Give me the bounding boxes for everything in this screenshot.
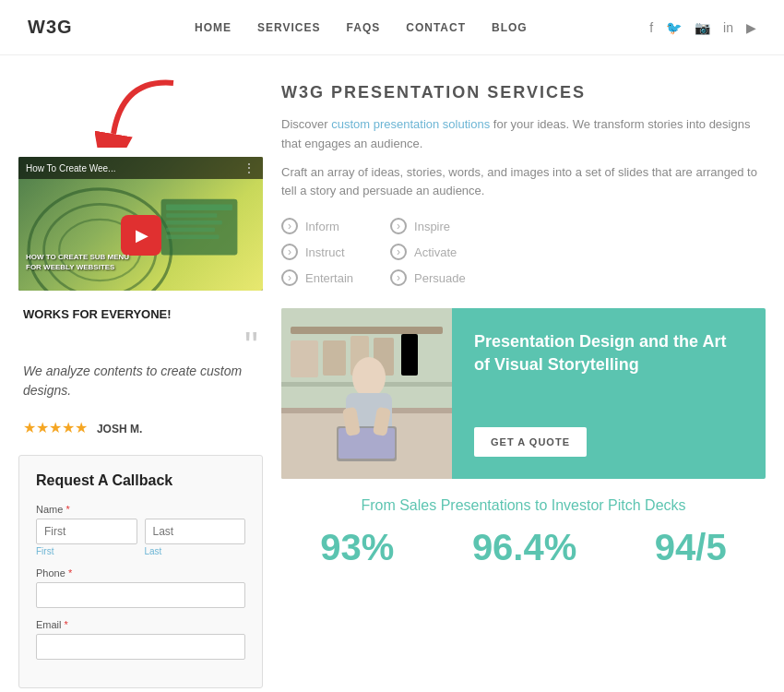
feature-entertain: Entertain bbox=[281, 269, 353, 286]
main-content: How To Create Wee... ⋮ bbox=[0, 55, 784, 692]
linkedin-icon[interactable]: in bbox=[723, 20, 733, 35]
video-title: How To Create Wee... bbox=[26, 163, 115, 173]
first-name-field-wrapper: First bbox=[36, 519, 137, 556]
nav-faqs[interactable]: FAQS bbox=[347, 21, 381, 34]
feature-activate: Activate bbox=[390, 244, 466, 260]
last-name-field-wrapper: Last bbox=[145, 519, 246, 556]
custom-solutions-link[interactable]: custom presentation solutions bbox=[331, 117, 490, 131]
youtube-icon[interactable]: ▶ bbox=[746, 20, 756, 35]
first-name-input[interactable] bbox=[36, 519, 137, 544]
arrow-area bbox=[18, 74, 263, 148]
feature-inspire: Inspire bbox=[390, 218, 466, 234]
star-rating: ★★★★★ bbox=[23, 419, 88, 436]
email-input[interactable] bbox=[36, 634, 245, 660]
svg-rect-12 bbox=[291, 327, 443, 334]
nav-blog[interactable]: BLOG bbox=[492, 21, 528, 34]
cta-content: Presentation Design and the Art of Visua… bbox=[452, 308, 766, 479]
stat-2-value: 96.4% bbox=[472, 527, 576, 568]
svg-rect-9 bbox=[166, 235, 219, 239]
email-label: Email * bbox=[36, 619, 245, 630]
social-links: f 🐦 📷 in ▶ bbox=[649, 20, 756, 35]
quote-mark-icon: " bbox=[244, 330, 258, 362]
svg-rect-5 bbox=[166, 204, 232, 210]
svg-rect-8 bbox=[166, 228, 215, 232]
twitter-icon[interactable]: 🐦 bbox=[666, 20, 682, 35]
testimonial-section: WORKS FOR EVERYONE! " We analyze content… bbox=[18, 307, 263, 436]
first-hint: First bbox=[36, 546, 137, 556]
logo[interactable]: W3G bbox=[28, 17, 73, 38]
svg-point-20 bbox=[352, 357, 386, 398]
phone-label: Phone * bbox=[36, 567, 245, 579]
tagline: From Sales Presentations to Investor Pit… bbox=[281, 497, 766, 514]
get-quote-button[interactable]: GET A QUOTE bbox=[474, 427, 587, 457]
feature-persuade: Persuade bbox=[390, 269, 466, 286]
circle-arrow-instruct-icon bbox=[281, 244, 298, 260]
red-arrow-icon bbox=[95, 74, 187, 148]
cta-heading: Presentation Design and the Art of Visua… bbox=[474, 330, 743, 376]
callback-form: Request A Callback Name * First Last bbox=[18, 455, 263, 688]
email-group: Email * bbox=[36, 619, 245, 660]
last-name-input[interactable] bbox=[145, 519, 246, 544]
reviewer-name: JOSH M. bbox=[97, 423, 142, 435]
last-hint: Last bbox=[145, 546, 246, 556]
video-overlay-text: HOW TO CREATE SUB MENU FOR WEEBLY WEBSIT… bbox=[26, 253, 129, 272]
circle-arrow-persuade-icon bbox=[390, 269, 407, 286]
video-options-icon[interactable]: ⋮ bbox=[243, 161, 255, 175]
circle-arrow-entertain-icon bbox=[281, 269, 298, 286]
section-title: W3G PRESENTATION SERVICES bbox=[281, 83, 766, 102]
phone-group: Phone * bbox=[36, 567, 245, 608]
feature-instruct: Instruct bbox=[281, 244, 353, 260]
svg-rect-13 bbox=[291, 340, 318, 377]
feature-lists: Inform Instruct Entertain Inspire bbox=[281, 218, 766, 286]
feature-inform: Inform bbox=[281, 218, 353, 234]
nav-links: HOME SERVICES FAQS CONTACT BLOG bbox=[195, 21, 528, 34]
nav-home[interactable]: HOME bbox=[195, 21, 232, 34]
cta-image-graphic bbox=[281, 308, 452, 479]
phone-input[interactable] bbox=[36, 582, 245, 608]
svg-rect-6 bbox=[166, 213, 217, 217]
svg-rect-17 bbox=[401, 334, 418, 376]
instagram-icon[interactable]: 📷 bbox=[695, 20, 710, 35]
play-button[interactable] bbox=[121, 215, 161, 256]
stats-row: 93% 96.4% 94/5 bbox=[281, 527, 766, 568]
stat-1: 93% bbox=[320, 527, 394, 568]
section-desc-1: Discover custom presentation solutions f… bbox=[281, 115, 766, 154]
name-label: Name * bbox=[36, 504, 245, 515]
right-column: W3G PRESENTATION SERVICES Discover custo… bbox=[281, 55, 766, 688]
feature-list-right: Inspire Activate Persuade bbox=[390, 218, 466, 286]
stat-3-value: 94/5 bbox=[655, 527, 727, 568]
testimonial-quote: We analyze contents to create custom des… bbox=[23, 362, 258, 400]
testimonial-heading: WORKS FOR EVERYONE! bbox=[23, 307, 258, 321]
svg-rect-7 bbox=[166, 221, 222, 224]
stat-3: 94/5 bbox=[655, 527, 727, 568]
left-column: How To Create Wee... ⋮ bbox=[18, 55, 263, 688]
stat-2: 96.4% bbox=[472, 527, 576, 568]
facebook-icon[interactable]: f bbox=[649, 20, 653, 35]
circle-arrow-inform-icon bbox=[281, 218, 298, 234]
section-desc-2: Craft an array of ideas, stories, words,… bbox=[281, 163, 766, 202]
video-thumbnail[interactable]: How To Create Wee... ⋮ bbox=[18, 157, 263, 291]
stat-1-value: 93% bbox=[320, 527, 394, 568]
callback-title: Request A Callback bbox=[36, 472, 245, 489]
name-group: Name * First Last bbox=[36, 504, 245, 556]
feature-list-left: Inform Instruct Entertain bbox=[281, 218, 353, 286]
cta-image bbox=[281, 308, 452, 479]
nav-contact[interactable]: CONTACT bbox=[406, 21, 466, 34]
svg-rect-14 bbox=[323, 340, 346, 376]
cta-banner: Presentation Design and the Art of Visua… bbox=[281, 308, 766, 479]
navigation: W3G HOME SERVICES FAQS CONTACT BLOG f 🐦 … bbox=[0, 0, 784, 55]
circle-arrow-inspire-icon bbox=[390, 218, 407, 234]
circle-arrow-activate-icon bbox=[390, 244, 407, 260]
nav-services[interactable]: SERVICES bbox=[257, 21, 320, 34]
